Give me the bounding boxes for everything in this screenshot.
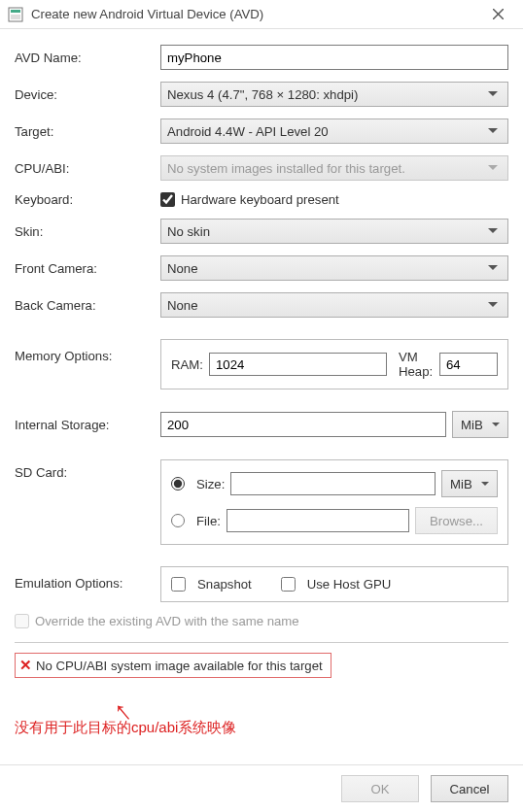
avd-name-input[interactable] (160, 45, 508, 70)
separator (15, 642, 508, 643)
dialog-footer: OK Cancel (0, 764, 523, 812)
front-camera-label: Front Camera: (15, 261, 160, 276)
ram-label: RAM: (171, 357, 203, 372)
chevron-down-icon (481, 482, 489, 486)
override-label: Override the existing AVD with the same … (35, 614, 299, 628)
error-text: No CPU/ABI system image available for th… (36, 659, 323, 673)
chevron-down-icon (488, 165, 498, 170)
chevron-down-icon (488, 265, 498, 270)
snapshot-checkbox[interactable] (171, 577, 186, 592)
back-camera-select-value: None (167, 298, 198, 313)
memory-options-label: Memory Options: (15, 339, 160, 363)
internal-storage-unit-value: MiB (461, 418, 483, 432)
target-select[interactable]: Android 4.4W - API Level 20 (160, 118, 508, 144)
back-camera-select[interactable]: None (160, 292, 508, 318)
front-camera-select-value: None (167, 261, 198, 276)
ok-button: OK (341, 775, 419, 802)
internal-storage-unit-select[interactable]: MiB (452, 411, 508, 438)
cpu-abi-select: No system images installed for this targ… (160, 155, 508, 181)
app-icon (8, 7, 23, 22)
svg-rect-1 (11, 10, 20, 13)
skin-label: Skin: (15, 224, 160, 239)
memory-options-group: RAM: VM Heap: (160, 339, 508, 389)
sd-size-unit-value: MiB (450, 477, 472, 491)
close-button[interactable] (478, 1, 517, 28)
chevron-down-icon (488, 128, 498, 133)
emulation-options-label: Emulation Options: (15, 566, 160, 591)
sd-size-input[interactable] (230, 472, 436, 495)
ram-input[interactable] (209, 353, 387, 376)
keyboard-label: Keyboard: (15, 192, 160, 207)
avd-name-label: AVD Name: (15, 51, 160, 65)
sd-size-unit-select[interactable]: MiB (441, 470, 498, 497)
cpu-abi-label: CPU/ABI: (15, 161, 160, 176)
internal-storage-label: Internal Storage: (15, 418, 160, 432)
internal-storage-input[interactable] (160, 412, 446, 437)
device-select-value: Nexus 4 (4.7", 768 × 1280: xhdpi) (167, 87, 358, 102)
svg-rect-2 (11, 15, 20, 19)
chevron-down-icon (492, 423, 500, 426)
title-bar: Create new Android Virtual Device (AVD) (0, 0, 523, 29)
sd-file-radio[interactable] (171, 514, 185, 527)
browse-button: Browse... (415, 507, 498, 534)
skin-select-value: No skin (167, 224, 210, 239)
chevron-down-icon (488, 228, 498, 233)
sd-file-label: File: (196, 514, 221, 528)
sd-card-label: SD Card: (15, 459, 160, 480)
cancel-button[interactable]: Cancel (431, 775, 508, 802)
annotation-text: 没有用于此目标的cpu/abi系统映像 (15, 719, 508, 737)
sd-size-label: Size: (196, 477, 225, 491)
vm-heap-label: VM Heap: (399, 350, 434, 379)
target-select-value: Android 4.4W - API Level 20 (167, 124, 329, 139)
use-host-gpu-checkbox[interactable] (281, 577, 296, 592)
snapshot-label: Snapshot (197, 577, 252, 592)
error-message-box: ✕ No CPU/ABI system image available for … (15, 653, 331, 678)
skin-select[interactable]: No skin (160, 219, 508, 244)
vm-heap-input[interactable] (439, 353, 498, 376)
sd-size-radio[interactable] (171, 477, 185, 491)
override-checkbox (15, 614, 29, 628)
error-x-icon: ✕ (19, 657, 32, 674)
target-label: Target: (15, 124, 160, 139)
device-select[interactable]: Nexus 4 (4.7", 768 × 1280: xhdpi) (160, 82, 508, 107)
sd-card-group: Size: MiB File: Browse... (160, 459, 508, 545)
cpu-abi-select-value: No system images installed for this targ… (167, 161, 405, 176)
sd-file-input (227, 509, 409, 532)
emulation-options-group: Snapshot Use Host GPU (160, 566, 508, 602)
keyboard-checkbox[interactable] (160, 192, 175, 207)
window-title: Create new Android Virtual Device (AVD) (31, 7, 478, 21)
chevron-down-icon (488, 91, 498, 96)
device-label: Device: (15, 87, 160, 102)
back-camera-label: Back Camera: (15, 298, 160, 313)
chevron-down-icon (488, 302, 498, 307)
use-host-gpu-label: Use Host GPU (307, 577, 391, 592)
keyboard-checkbox-label: Hardware keyboard present (181, 192, 339, 207)
front-camera-select[interactable]: None (160, 255, 508, 281)
